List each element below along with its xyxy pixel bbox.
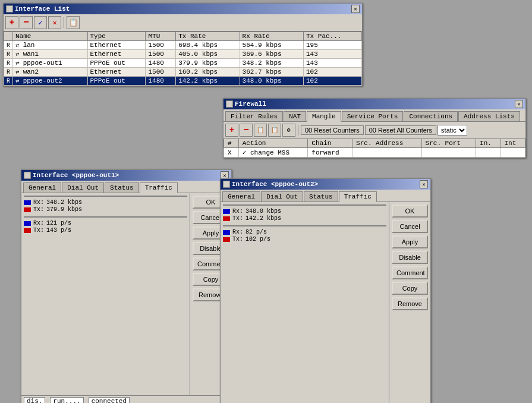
- pppoe2-close[interactable]: ✕: [420, 180, 428, 188]
- row-txrate: 160.2 kbps: [176, 68, 240, 77]
- disable-button[interactable]: ✕: [48, 16, 61, 29]
- reset-counters-button[interactable]: 00 Reset Counters: [301, 125, 364, 135]
- pppoe2-pps-rx-color: [223, 230, 230, 235]
- interface-list-title: Interface List: [15, 5, 70, 12]
- enable-button[interactable]: ✓: [34, 16, 47, 29]
- pppoe2-ok-button[interactable]: OK: [392, 204, 428, 218]
- tab-pppoe1-dialout[interactable]: Dial Out: [62, 182, 104, 193]
- pppoe2-traffic-area: Rx: 348.0 kbps Tx: 142.2 kbps: [221, 202, 389, 403]
- pppoe2-rx-label: Rx:: [232, 208, 243, 215]
- tab-pppoe2-dialout[interactable]: Dial Out: [261, 191, 303, 202]
- row-type: Ethernet: [87, 41, 146, 50]
- table-row[interactable]: R ⇄ lan Ethernet 1500 698.4 kbps 564.9 k…: [4, 41, 362, 50]
- iface-pppoe2-window: Interface <pppoe-out2> ✕ General Dial Ou…: [220, 178, 431, 403]
- mangle-row[interactable]: X ✓ change MSS forward: [224, 148, 525, 158]
- fw-settings-button[interactable]: ⚙: [282, 124, 295, 137]
- col-txrate[interactable]: Tx Rate: [176, 32, 240, 41]
- col-action: Action: [238, 139, 308, 148]
- pppoe2-bps-chart: [223, 204, 386, 206]
- iface-pppoe1-window: Interface <pppoe-out1> ✕ General Dial Ou…: [21, 169, 232, 403]
- tab-nat[interactable]: NAT: [284, 111, 306, 121]
- row-txrate: 142.2 kbps: [176, 77, 240, 86]
- pppoe1-tabs: General Dial Out Status Traffic: [21, 181, 231, 193]
- pppoe1-status-run: run....: [50, 397, 83, 403]
- fw-remove-button[interactable]: −: [240, 124, 253, 137]
- row-txpac: 143: [303, 50, 361, 59]
- table-row[interactable]: R ⇄ wan2 Ethernet 1500 160.2 kbps 362.7 …: [4, 68, 362, 77]
- pppoe2-title: Interface <pppoe-out2>: [232, 181, 318, 188]
- mangle-chain: forward: [308, 148, 352, 158]
- pppoe2-apply-button[interactable]: Apply: [392, 235, 428, 248]
- col-type[interactable]: Type: [87, 32, 146, 41]
- pppoe2-comment-button[interactable]: Comment: [392, 266, 428, 279]
- row-flag: R: [4, 77, 13, 86]
- pppoe1-bps-chart: [24, 196, 187, 197]
- reset-all-counters-button[interactable]: 00 Reset All Counters: [365, 125, 436, 135]
- mangle-table: # Action Chain Src. Address Src. Port In…: [223, 138, 525, 158]
- fw-copy-button[interactable]: 📋: [254, 124, 267, 137]
- fw-paste-button[interactable]: 📋: [268, 124, 281, 137]
- tab-pppoe2-traffic[interactable]: Traffic: [339, 191, 377, 202]
- remove-button[interactable]: −: [20, 16, 33, 29]
- tab-pppoe1-status[interactable]: Status: [105, 182, 139, 193]
- row-type: PPPoE out: [87, 77, 146, 86]
- tab-pppoe1-general[interactable]: General: [23, 182, 61, 193]
- tab-service-ports[interactable]: Service Ports: [342, 111, 404, 121]
- table-row[interactable]: R ⇄ pppoe-out2 PPPoE out 1480 142.2 kbps…: [4, 77, 362, 86]
- row-rxrate: 564.9 kbps: [240, 41, 303, 50]
- interface-list-title-bar: Interface List ✕: [4, 4, 362, 14]
- table-row[interactable]: R ⇄ pppoe-out1 PPPoE out 1480 379.9 kbps…: [4, 59, 362, 68]
- pppoe1-pps-tx-value: 143 p/s: [46, 227, 71, 234]
- col-flag: [4, 32, 13, 41]
- firewall-tabs: Filter Rules NAT Mangle Service Ports Co…: [223, 109, 525, 122]
- pppoe1-status-bar: dis. run.... connected: [21, 395, 231, 403]
- pppoe2-title-bar: Interface <pppoe-out2> ✕: [221, 179, 430, 190]
- row-mtu: 1480: [146, 59, 176, 68]
- pppoe1-status-dis: dis.: [24, 397, 45, 403]
- tab-pppoe1-traffic[interactable]: Traffic: [140, 182, 178, 193]
- close-button[interactable]: ✕: [351, 5, 360, 13]
- pppoe2-remove-button[interactable]: Remove: [392, 297, 428, 310]
- comment-button[interactable]: 📋: [67, 16, 80, 29]
- row-txpac: 102: [303, 77, 361, 86]
- row-name: ⇄ wan2: [13, 68, 88, 77]
- add-button[interactable]: +: [5, 16, 18, 29]
- tab-mangle[interactable]: Mangle: [307, 111, 341, 122]
- pppoe1-rx-color: [24, 200, 31, 205]
- pppoe1-traffic-area: Rx: 348.2 kbps Tx: 379.9 kbps: [21, 193, 190, 395]
- tab-connections[interactable]: Connections: [404, 111, 458, 121]
- pppoe1-pps-legend: Rx: 121 p/s Tx: 143 p/s: [24, 220, 187, 234]
- row-txpac: 195: [303, 41, 361, 50]
- pppoe2-copy-button[interactable]: Copy: [392, 282, 428, 295]
- pppoe1-pps-rx-label: Rx:: [33, 220, 44, 226]
- pppoe2-pps-legend: Rx: 82 p/s Tx: 102 p/s: [223, 229, 386, 243]
- filter-select[interactable]: static: [437, 125, 467, 136]
- tab-pppoe2-general[interactable]: General: [222, 191, 260, 202]
- mangle-num: X: [224, 148, 239, 158]
- pppoe1-title: Interface <pppoe-out1>: [33, 172, 119, 179]
- row-name: ⇄ lan: [13, 41, 88, 50]
- col-name[interactable]: Name: [13, 32, 88, 41]
- tab-filter-rules[interactable]: Filter Rules: [225, 111, 283, 121]
- pppoe2-content: Rx: 348.0 kbps Tx: 142.2 kbps: [221, 202, 430, 403]
- pppoe1-pps-tx-color: [24, 228, 31, 233]
- col-rxrate[interactable]: Rx Rate: [240, 32, 303, 41]
- col-mtu[interactable]: MTU: [146, 32, 176, 41]
- row-flag: R: [4, 59, 13, 68]
- pppoe1-status-connected: connected: [89, 397, 130, 403]
- fw-add-button[interactable]: +: [225, 124, 238, 137]
- firewall-window: Firewall ✕ Filter Rules NAT Mangle Servi…: [223, 98, 526, 158]
- row-rxrate: 369.6 kbps: [240, 50, 303, 59]
- tab-pppoe2-status[interactable]: Status: [304, 191, 338, 202]
- row-type: PPPoE out: [87, 59, 146, 68]
- firewall-close[interactable]: ✕: [515, 100, 523, 108]
- pppoe2-disable-button[interactable]: Disable: [392, 251, 428, 264]
- row-name: ⇄ pppoe-out1: [13, 59, 88, 68]
- tab-address-lists[interactable]: Address Lists: [458, 111, 520, 121]
- pppoe1-rx-value: 348.2 kbps: [46, 199, 82, 206]
- pppoe2-bps-legend: Rx: 348.0 kbps Tx: 142.2 kbps: [223, 208, 386, 222]
- pppoe2-cancel-button[interactable]: Cancel: [392, 220, 428, 233]
- table-row[interactable]: R ⇄ wan1 Ethernet 1500 405.0 kbps 369.6 …: [4, 50, 362, 59]
- col-txpac[interactable]: Tx Pac...: [303, 32, 361, 41]
- row-mtu: 1480: [146, 77, 176, 86]
